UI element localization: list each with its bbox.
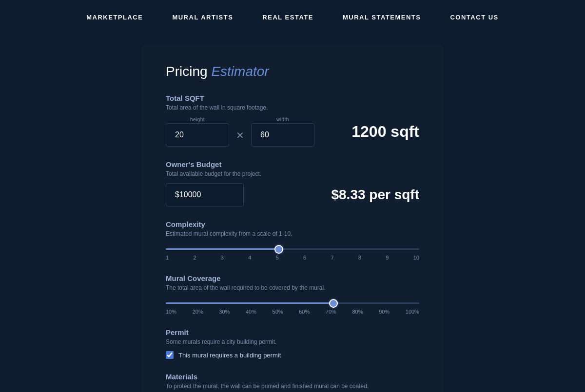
coverage-ticks: 10% 20% 30% 40% 50% 60% 70% 80% 90% 100%: [166, 309, 419, 315]
complexity-ticks: 1 2 3 4 5 6 7 8 9 10: [166, 255, 419, 261]
tick-10: 10: [413, 255, 419, 261]
complexity-title: Complexity: [166, 220, 419, 228]
pricing-card: Pricing Estimator Total SQFT Total area …: [141, 44, 444, 392]
coverage-section: Mural Coverage The total area of the wal…: [166, 274, 419, 315]
cov-tick-40: 40%: [246, 309, 256, 315]
nav-marketplace[interactable]: MARKETPLACE: [86, 14, 143, 21]
materials-desc: To protect the mural, the wall can be pr…: [166, 383, 419, 390]
tick-6: 6: [303, 255, 306, 261]
width-group: width: [251, 117, 314, 147]
height-input[interactable]: [166, 123, 229, 147]
nav-mural-statements[interactable]: MURAL STATEMENTS: [343, 14, 421, 21]
cov-tick-70: 70%: [326, 309, 336, 315]
tick-1: 1: [166, 255, 169, 261]
complexity-slider-wrapper: [166, 243, 419, 252]
coverage-slider-wrapper: [166, 297, 419, 306]
materials-section: Materials To protect the mural, the wall…: [166, 373, 419, 392]
title-static: Pricing: [166, 64, 208, 79]
budget-desc: Total available budget for the project.: [166, 170, 419, 177]
cov-tick-100: 100%: [406, 309, 419, 315]
height-group: height: [166, 117, 229, 147]
coverage-title: Mural Coverage: [166, 274, 419, 282]
coverage-slider[interactable]: [166, 302, 419, 304]
cov-tick-80: 80%: [352, 309, 363, 315]
complexity-desc: Estimated mural complexity from a scale …: [166, 230, 419, 237]
budget-title: Owner's Budget: [166, 160, 419, 168]
nav-real-estate[interactable]: REAL ESTATE: [262, 14, 313, 21]
width-input[interactable]: [251, 123, 314, 147]
tick-9: 9: [386, 255, 389, 261]
permit-title: Permit: [166, 328, 419, 336]
cov-tick-10: 10%: [166, 309, 176, 315]
tick-5: 5: [276, 255, 279, 261]
permit-checkbox[interactable]: [166, 351, 174, 359]
page-title: Pricing Estimator: [166, 64, 419, 79]
multiply-icon: ✕: [236, 130, 244, 141]
cov-tick-30: 30%: [219, 309, 230, 315]
tick-7: 7: [331, 255, 333, 261]
sqft-result: 1200 sqft: [351, 123, 419, 141]
budget-section: Owner's Budget Total available budget fo…: [166, 160, 419, 206]
coverage-desc: The total area of the wall required to b…: [166, 284, 419, 291]
tick-2: 2: [193, 255, 196, 261]
nav-mural-artists[interactable]: MURAL ARTISTS: [172, 14, 233, 21]
height-label: height: [166, 117, 229, 122]
tick-4: 4: [248, 255, 251, 261]
permit-desc: Some murals require a city building perm…: [166, 338, 419, 345]
navigation: MARKETPLACE MURAL ARTISTS REAL ESTATE MU…: [0, 0, 585, 35]
cov-tick-20: 20%: [193, 309, 203, 315]
permit-checkbox-row: This mural requires a building permit: [166, 351, 419, 359]
materials-title: Materials: [166, 373, 419, 381]
sqft-section: Total SQFT Total area of the wall in squ…: [166, 94, 419, 147]
main-content: Pricing Estimator Total SQFT Total area …: [0, 35, 585, 392]
tick-3: 3: [221, 255, 224, 261]
tick-8: 8: [358, 255, 361, 261]
budget-row: $8.33 per sqft: [166, 183, 419, 206]
cov-tick-60: 60%: [299, 309, 310, 315]
sqft-title: Total SQFT: [166, 94, 419, 102]
width-label: width: [251, 117, 314, 122]
nav-contact-us[interactable]: CONTACT US: [450, 14, 498, 21]
sqft-desc: Total area of the wall in square footage…: [166, 104, 419, 111]
title-highlight: Estimator: [211, 64, 269, 79]
cov-tick-50: 50%: [273, 309, 283, 315]
permit-checkbox-label[interactable]: This mural requires a building permit: [178, 352, 281, 359]
sqft-input-row: height ✕ width 1200 sqft: [166, 117, 419, 147]
permit-section: Permit Some murals require a city buildi…: [166, 328, 419, 359]
complexity-section: Complexity Estimated mural complexity fr…: [166, 220, 419, 261]
per-sqft-result: $8.33 per sqft: [331, 187, 419, 203]
cov-tick-90: 90%: [379, 309, 390, 315]
complexity-slider[interactable]: [166, 248, 419, 250]
budget-input[interactable]: [166, 183, 244, 206]
